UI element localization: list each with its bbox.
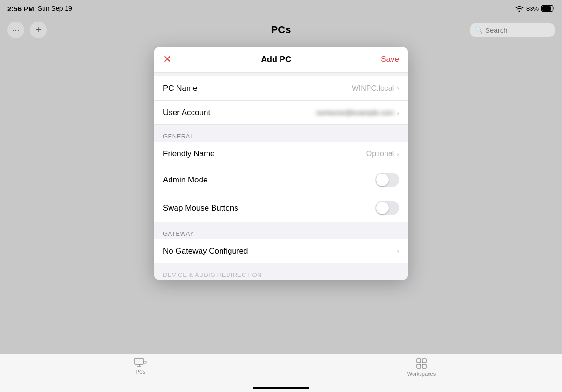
svg-rect-1 bbox=[542, 6, 551, 11]
user-account-chevron: › bbox=[397, 109, 399, 116]
pcs-icon bbox=[134, 358, 147, 367]
svg-rect-2 bbox=[135, 358, 143, 364]
device-audio-section-header: DEVICE & AUDIO REDIRECTION bbox=[154, 263, 408, 280]
nav-left: ··· + bbox=[7, 22, 47, 38]
svg-rect-5 bbox=[144, 361, 146, 363]
search-wrapper: 🔍 bbox=[470, 23, 555, 37]
svg-rect-8 bbox=[417, 359, 421, 363]
admin-mode-toggle[interactable] bbox=[375, 173, 399, 187]
more-icon: ··· bbox=[12, 25, 19, 35]
pc-name-label: PC Name bbox=[163, 84, 198, 93]
modal-overlay: ✕ Add PC Save PC Name WINPC.local › User… bbox=[0, 43, 562, 354]
more-button[interactable]: ··· bbox=[7, 22, 24, 38]
swap-mouse-row: Swap Mouse Buttons bbox=[154, 194, 408, 222]
gateway-chevron-wrapper: › bbox=[397, 247, 399, 255]
friendly-name-chevron: › bbox=[397, 150, 399, 158]
status-icons: 83% bbox=[515, 5, 555, 12]
add-button[interactable]: + bbox=[30, 22, 47, 38]
add-icon: + bbox=[36, 24, 42, 36]
close-button[interactable]: ✕ bbox=[163, 54, 171, 65]
friendly-name-value: Optional bbox=[366, 150, 394, 158]
general-label: GENERAL bbox=[163, 133, 194, 140]
friendly-name-label: Friendly Name bbox=[163, 149, 215, 159]
swap-mouse-toggle[interactable] bbox=[375, 201, 399, 215]
battery-icon bbox=[541, 5, 555, 12]
wifi-icon bbox=[515, 5, 524, 12]
gateway-row[interactable]: No Gateway Configured › bbox=[154, 239, 408, 263]
admin-mode-row: Admin Mode bbox=[154, 166, 408, 194]
search-input[interactable] bbox=[470, 23, 555, 37]
gateway-chevron: › bbox=[397, 247, 399, 255]
device-audio-label: DEVICE & AUDIO REDIRECTION bbox=[163, 271, 262, 278]
gateway-section-header: GATEWAY bbox=[154, 222, 408, 239]
battery-percent: 83% bbox=[526, 5, 539, 12]
pc-name-value-wrapper: WINPC.local › bbox=[352, 84, 399, 93]
user-account-label: User Account bbox=[163, 108, 210, 117]
user-account-value: someone@example.com bbox=[316, 109, 394, 116]
user-account-row[interactable]: User Account someone@example.com › bbox=[154, 101, 408, 125]
swap-mouse-label: Swap Mouse Buttons bbox=[163, 203, 238, 213]
general-section-header: GENERAL bbox=[154, 125, 408, 142]
svg-rect-9 bbox=[422, 359, 426, 363]
nav-bar: ··· + PCs 🔍 bbox=[0, 17, 562, 43]
pc-name-chevron: › bbox=[397, 85, 399, 92]
friendly-name-row[interactable]: Friendly Name Optional › bbox=[154, 142, 408, 166]
page-title: PCs bbox=[271, 24, 291, 36]
user-account-value-wrapper: someone@example.com › bbox=[316, 109, 399, 116]
svg-rect-11 bbox=[422, 364, 426, 368]
pc-name-value: WINPC.local bbox=[352, 84, 394, 93]
tab-workspaces[interactable]: Workspaces bbox=[281, 358, 562, 377]
top-spacer bbox=[154, 73, 408, 76]
add-pc-modal: ✕ Add PC Save PC Name WINPC.local › User… bbox=[154, 47, 408, 280]
home-indicator bbox=[253, 387, 309, 389]
status-bar: 2:56 PM Sun Sep 19 83% bbox=[0, 0, 562, 17]
workspaces-tab-label: Workspaces bbox=[407, 371, 436, 377]
workspaces-icon bbox=[416, 358, 427, 369]
tab-pcs[interactable]: PCs bbox=[0, 358, 281, 375]
gateway-label: GATEWAY bbox=[163, 230, 194, 237]
gateway-value-label: No Gateway Configured bbox=[163, 247, 248, 256]
status-time: 2:56 PM bbox=[7, 5, 34, 13]
save-button[interactable]: Save bbox=[381, 55, 399, 64]
modal-title: Add PC bbox=[261, 55, 291, 65]
modal-header: ✕ Add PC Save bbox=[154, 47, 408, 73]
friendly-name-value-wrapper: Optional › bbox=[366, 150, 399, 158]
svg-rect-10 bbox=[417, 364, 421, 368]
tab-bar: PCs Workspaces bbox=[0, 354, 562, 392]
admin-mode-label: Admin Mode bbox=[163, 175, 207, 185]
pcs-tab-label: PCs bbox=[136, 369, 146, 375]
status-date: Sun Sep 19 bbox=[38, 5, 72, 12]
pc-name-row[interactable]: PC Name WINPC.local › bbox=[154, 76, 408, 101]
